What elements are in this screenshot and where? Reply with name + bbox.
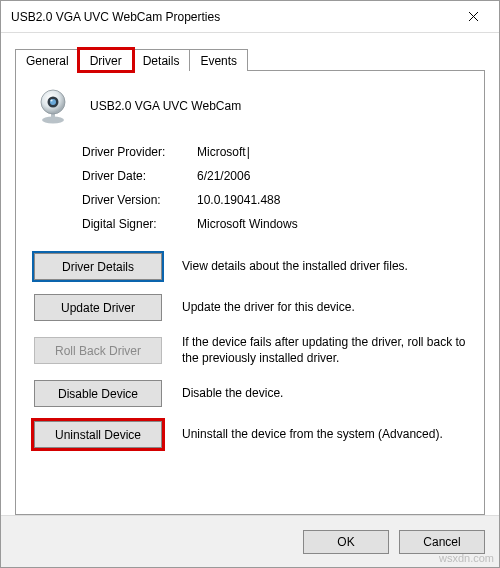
- update-driver-button[interactable]: Update Driver: [34, 294, 162, 321]
- ok-button[interactable]: OK: [303, 530, 389, 554]
- driver-details-desc: View details about the installed driver …: [182, 259, 466, 275]
- svg-point-7: [50, 99, 52, 101]
- label-driver-provider: Driver Provider:: [82, 145, 197, 159]
- tab-panel-driver: USB2.0 VGA UVC WebCam Driver Provider: M…: [15, 70, 485, 515]
- value-driver-provider: Microsoft: [197, 145, 466, 159]
- roll-back-driver-button: Roll Back Driver: [34, 337, 162, 364]
- tab-driver[interactable]: Driver: [79, 49, 133, 71]
- content-area: General Driver Details Events: [1, 33, 499, 515]
- value-driver-version: 10.0.19041.488: [197, 193, 466, 207]
- tab-general[interactable]: General: [15, 49, 80, 71]
- row-roll-back-driver: Roll Back Driver If the device fails aft…: [34, 335, 466, 366]
- device-name: USB2.0 VGA UVC WebCam: [90, 99, 241, 113]
- device-header: USB2.0 VGA UVC WebCam: [34, 87, 466, 125]
- close-icon: [468, 11, 479, 22]
- disable-device-desc: Disable the device.: [182, 386, 466, 402]
- disable-device-button[interactable]: Disable Device: [34, 380, 162, 407]
- titlebar: USB2.0 VGA UVC WebCam Properties: [1, 1, 499, 33]
- label-digital-signer: Digital Signer:: [82, 217, 197, 231]
- uninstall-device-button[interactable]: Uninstall Device: [34, 421, 162, 448]
- value-driver-date: 6/21/2006: [197, 169, 466, 183]
- row-update-driver: Update Driver Update the driver for this…: [34, 294, 466, 321]
- tab-events[interactable]: Events: [189, 49, 248, 71]
- uninstall-device-desc: Uninstall the device from the system (Ad…: [182, 427, 466, 443]
- label-driver-version: Driver Version:: [82, 193, 197, 207]
- tab-strip: General Driver Details Events: [15, 47, 485, 71]
- roll-back-driver-desc: If the device fails after updating the d…: [182, 335, 466, 366]
- properties-window: USB2.0 VGA UVC WebCam Properties General…: [0, 0, 500, 568]
- value-digital-signer: Microsoft Windows: [197, 217, 466, 231]
- driver-details-button[interactable]: Driver Details: [34, 253, 162, 280]
- label-driver-date: Driver Date:: [82, 169, 197, 183]
- dialog-footer: OK Cancel: [1, 515, 499, 567]
- webcam-icon: [34, 87, 72, 125]
- cancel-button[interactable]: Cancel: [399, 530, 485, 554]
- driver-info-grid: Driver Provider: Microsoft Driver Date: …: [82, 145, 466, 231]
- window-title: USB2.0 VGA UVC WebCam Properties: [11, 10, 220, 24]
- row-disable-device: Disable Device Disable the device.: [34, 380, 466, 407]
- row-driver-details: Driver Details View details about the in…: [34, 253, 466, 280]
- update-driver-desc: Update the driver for this device.: [182, 300, 466, 316]
- row-uninstall-device: Uninstall Device Uninstall the device fr…: [34, 421, 466, 448]
- close-button[interactable]: [453, 3, 493, 31]
- tab-details[interactable]: Details: [132, 49, 191, 71]
